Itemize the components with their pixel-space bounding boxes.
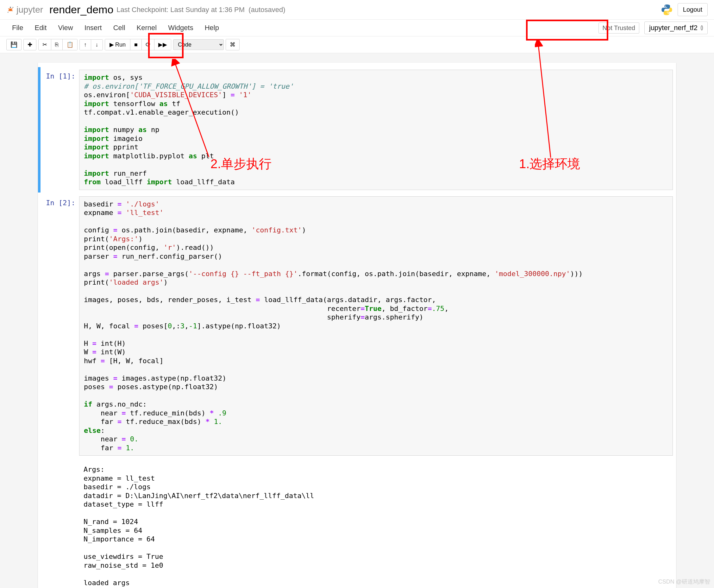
- in-prompt: In [2]:: [41, 196, 79, 456]
- jupyter-brand-text: jupyter: [17, 5, 43, 15]
- toolbar: 💾 ✚ ✂ ⎘ 📋 ↑ ↓ ▶ Run ■ ⟳ ▶▶ Code ⌘: [0, 37, 714, 53]
- menu-widgets[interactable]: Widgets: [163, 22, 199, 34]
- menu-insert[interactable]: Insert: [79, 22, 108, 34]
- menubar: File Edit View Insert Cell Kernel Widget…: [0, 20, 714, 37]
- code-cell-2[interactable]: In [2]: basedir = './logs' expname = 'll…: [38, 194, 676, 459]
- trust-indicator[interactable]: Not Trusted: [599, 22, 639, 34]
- jupyter-logo: jupyter: [6, 5, 43, 15]
- command-palette-button[interactable]: ⌘: [226, 39, 240, 50]
- restart-run-all-button[interactable]: ▶▶: [154, 39, 171, 50]
- watermark: CSDN @研道鸠摩智: [658, 578, 710, 586]
- svg-point-0: [10, 7, 11, 8]
- code-input[interactable]: basedir = './logs' expname = 'll_test' c…: [79, 196, 673, 456]
- output-cell-2: . Args: expname = ll_test basedir = ./lo…: [38, 459, 676, 588]
- restart-button[interactable]: ⟳: [142, 39, 154, 50]
- menu-edit[interactable]: Edit: [29, 22, 52, 34]
- kernel-name: jupyter_nerf_tf2: [649, 24, 697, 32]
- code-cell-1[interactable]: In [1]: import os, sys # os.environ['TF_…: [38, 67, 676, 192]
- checkpoint-text: Last Checkpoint: Last Sunday at 1:36 PM …: [116, 6, 285, 14]
- run-label: Run: [115, 41, 126, 48]
- svg-point-2: [13, 7, 14, 7]
- play-icon: ▶: [109, 41, 114, 48]
- output-text: Args: expname = ll_test basedir = ./logs…: [79, 462, 673, 588]
- add-cell-button[interactable]: ✚: [23, 39, 37, 50]
- menu-kernel[interactable]: Kernel: [131, 22, 163, 34]
- menu-cell[interactable]: Cell: [108, 22, 131, 34]
- notebook: In [1]: import os, sys # os.environ['TF_…: [38, 63, 676, 588]
- kernel-selector[interactable]: jupyter_nerf_tf2: [644, 22, 708, 34]
- notebook-name[interactable]: render_demo: [49, 3, 113, 16]
- cell-type-select[interactable]: Code: [173, 39, 224, 50]
- header: jupyter render_demo Last Checkpoint: Las…: [0, 0, 714, 20]
- menu-file[interactable]: File: [6, 22, 29, 34]
- svg-point-1: [7, 12, 8, 13]
- kernel-status-icon: [701, 25, 703, 30]
- save-button[interactable]: 💾: [6, 39, 22, 50]
- python-icon: [661, 3, 673, 16]
- run-button[interactable]: ▶ Run: [105, 39, 130, 50]
- menu-view[interactable]: View: [52, 22, 79, 34]
- move-up-button[interactable]: ↑: [80, 40, 91, 50]
- code-input[interactable]: import os, sys # os.environ['TF_FORCE_GP…: [79, 70, 673, 190]
- move-down-button[interactable]: ↓: [91, 40, 103, 50]
- in-prompt: In [1]:: [41, 70, 79, 190]
- jupyter-icon: [6, 6, 15, 14]
- paste-button[interactable]: 📋: [63, 39, 77, 50]
- logout-button[interactable]: Logout: [677, 3, 708, 16]
- stop-button[interactable]: ■: [130, 39, 142, 50]
- copy-button[interactable]: ⎘: [51, 39, 63, 50]
- out-prompt: .: [41, 462, 79, 588]
- cut-button[interactable]: ✂: [39, 39, 51, 50]
- notebook-container: In [1]: import os, sys # os.environ['TF_…: [0, 53, 714, 588]
- menu-help[interactable]: Help: [199, 22, 225, 34]
